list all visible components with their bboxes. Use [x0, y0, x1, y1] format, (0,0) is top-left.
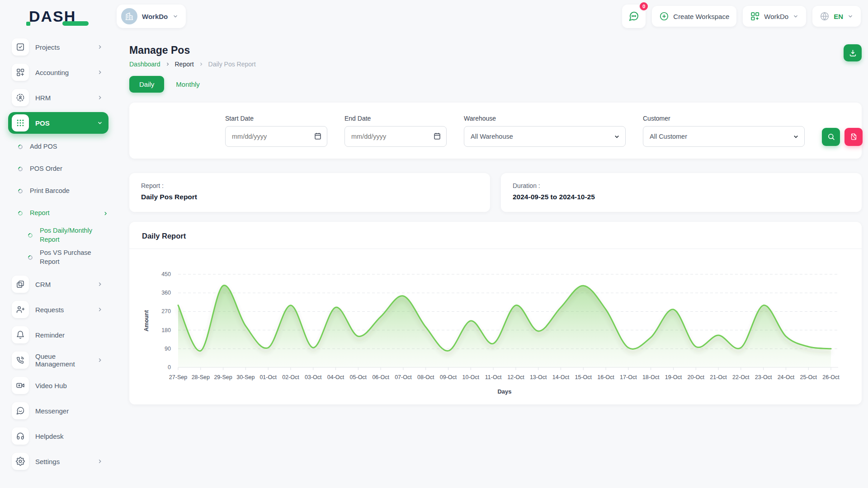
sidebar-subitem-pos-daily-monthly-report[interactable]: Pos Daily/Monthly Report — [8, 226, 108, 245]
summary-row: Report : Daily Pos Report Duration : 202… — [129, 173, 862, 212]
messages-button[interactable]: 0 — [622, 5, 646, 28]
workspace-switcher[interactable]: WorkDo — [117, 5, 186, 28]
chevron-right-icon — [97, 281, 103, 287]
download-icon — [849, 49, 857, 57]
chevron-right-icon — [103, 211, 108, 216]
x-axis-tick-label: 23-Oct — [755, 374, 772, 380]
sidebar-item-projects[interactable]: Projects — [8, 36, 108, 58]
bullet-icon — [17, 166, 24, 172]
workspace-menu[interactable]: WorkDo — [743, 6, 806, 27]
x-axis-tick-label: 15-Oct — [575, 374, 592, 380]
x-axis-tick-label: 21-Oct — [710, 374, 727, 380]
sidebar-item-requests[interactable]: Requests — [8, 299, 108, 320]
warehouse-label: Warehouse — [464, 115, 626, 122]
y-axis-title: Amount — [143, 310, 150, 332]
create-workspace-label: Create Workspace — [673, 13, 729, 20]
queue-management-icon — [12, 352, 29, 369]
sidebar-item-crm[interactable]: CRM — [8, 273, 108, 295]
sidebar-item-label: Reminder — [35, 331, 65, 339]
breadcrumb-current: Daily Pos Report — [208, 61, 256, 68]
x-axis-tick-label: 02-Oct — [282, 374, 299, 380]
filter-actions — [822, 128, 863, 146]
search-button[interactable] — [822, 128, 840, 146]
breadcrumb: Dashboard Report Daily Pos Report — [129, 61, 256, 68]
workspace-menu-label: WorkDo — [764, 13, 788, 20]
sidebar-subitem-report[interactable]: Report — [8, 204, 108, 223]
sidebar-item-reminder[interactable]: Reminder — [8, 324, 108, 346]
chevron-right-icon — [97, 306, 103, 313]
x-axis-tick-label: 13-Oct — [530, 374, 547, 380]
x-axis-tick-label: 06-Oct — [372, 374, 389, 380]
breadcrumb-report[interactable]: Report — [175, 61, 194, 68]
end-date-input[interactable] — [344, 126, 447, 147]
x-axis-tick-label: 28-Sep — [192, 374, 210, 380]
start-date-input[interactable] — [225, 126, 327, 147]
sidebar-item-label: Queue Management — [35, 352, 97, 368]
tab-daily[interactable]: Daily — [129, 76, 164, 93]
tab-monthly[interactable]: Monthly — [176, 80, 200, 88]
warehouse-select[interactable]: All Warehouse — [464, 126, 626, 147]
messenger-icon — [12, 402, 29, 419]
workspace-name: WorkDo — [142, 13, 168, 20]
report-period-tabs: Daily Monthly — [129, 76, 862, 93]
main-content: Manage Pos Dashboard Report Daily Pos Re… — [117, 33, 868, 488]
start-date-label: Start Date — [225, 115, 327, 122]
sidebar-item-label: CRM — [35, 281, 51, 288]
reset-filter-button[interactable] — [844, 128, 863, 146]
bullet-icon — [17, 210, 24, 216]
top-header: DASH WorkDo 0 Create Workspace — [0, 0, 868, 33]
sidebar-subitem-pos-order[interactable]: POS Order — [8, 160, 108, 178]
subitem-label: Pos VS Purchase Report — [40, 249, 98, 266]
sidebar-item-queue-management[interactable]: Queue Management — [8, 349, 108, 371]
sidebar-item-settings[interactable]: Settings — [8, 450, 108, 472]
end-date-group: End Date — [344, 115, 447, 147]
duration-summary-card: Duration : 2024-09-25 to 2024-10-25 — [501, 173, 862, 212]
chat-icon — [628, 11, 639, 22]
requests-icon — [12, 301, 29, 318]
daily-report-area-chart[interactable]: 09018027036045027-Sep28-Sep29-Sep30-Sep0… — [139, 261, 852, 397]
subitem-label: Print Barcode — [30, 187, 70, 196]
sidebar-item-video-hub[interactable]: Video Hub — [8, 375, 108, 396]
x-axis-title: Days — [497, 388, 511, 395]
bullet-icon — [27, 254, 33, 261]
customer-label: Customer — [643, 115, 805, 122]
chart-title: Daily Report — [129, 222, 862, 249]
brand-logo[interactable]: DASH — [0, 8, 117, 25]
y-axis-tick-label: 450 — [161, 271, 171, 277]
chevron-right-icon — [165, 61, 170, 67]
duration-label: Duration : — [513, 182, 850, 189]
chevron-down-icon — [97, 120, 103, 126]
sidebar-item-hrm[interactable]: HRM — [8, 87, 108, 108]
sidebar-subitem-print-barcode[interactable]: Print Barcode — [8, 182, 108, 201]
duration-value: 2024-09-25 to 2024-10-25 — [513, 193, 850, 201]
warehouse-group: Warehouse All Warehouse — [464, 115, 626, 147]
sidebar-item-messenger[interactable]: Messenger — [8, 400, 108, 422]
daily-report-card: Daily Report 09018027036045027-Sep28-Sep… — [129, 222, 862, 404]
sidebar-item-label: Requests — [35, 306, 64, 314]
sidebar-subitem-add-pos[interactable]: Add POS — [8, 137, 108, 156]
sidebar-item-helpdesk[interactable]: Helpdesk — [8, 425, 108, 447]
x-axis-tick-label: 07-Oct — [395, 374, 412, 380]
language-selector[interactable]: EN — [812, 6, 861, 27]
logo-dot — [26, 22, 30, 26]
chevron-right-icon — [198, 61, 204, 67]
chevron-right-icon — [97, 458, 103, 465]
chart-body: 09018027036045027-Sep28-Sep29-Sep30-Sep0… — [129, 249, 862, 401]
customer-select[interactable]: All Customer — [643, 126, 805, 147]
download-report-button[interactable] — [844, 44, 862, 61]
report-summary-card: Report : Daily Pos Report — [129, 173, 490, 212]
chevron-down-icon — [793, 13, 799, 19]
subitem-label: POS Order — [30, 164, 62, 174]
sidebar-subitem-pos-vs-purchase-report[interactable]: Pos VS Purchase Report — [8, 248, 108, 267]
breadcrumb-dashboard[interactable]: Dashboard — [129, 61, 160, 68]
grid-plus-icon — [750, 11, 760, 21]
logo-bar — [62, 21, 89, 26]
chat-badge: 0 — [639, 1, 649, 11]
sidebar-item-accounting[interactable]: Accounting — [8, 61, 108, 83]
building-icon — [125, 12, 134, 21]
settings-icon — [12, 453, 29, 470]
create-workspace-button[interactable]: Create Workspace — [652, 6, 736, 27]
sidebar-item-pos[interactable]: POS — [8, 112, 108, 134]
sidebar-nav: Projects Accounting HRM POS Add POS — [0, 33, 117, 488]
sidebar-item-label: Helpdesk — [35, 432, 64, 440]
